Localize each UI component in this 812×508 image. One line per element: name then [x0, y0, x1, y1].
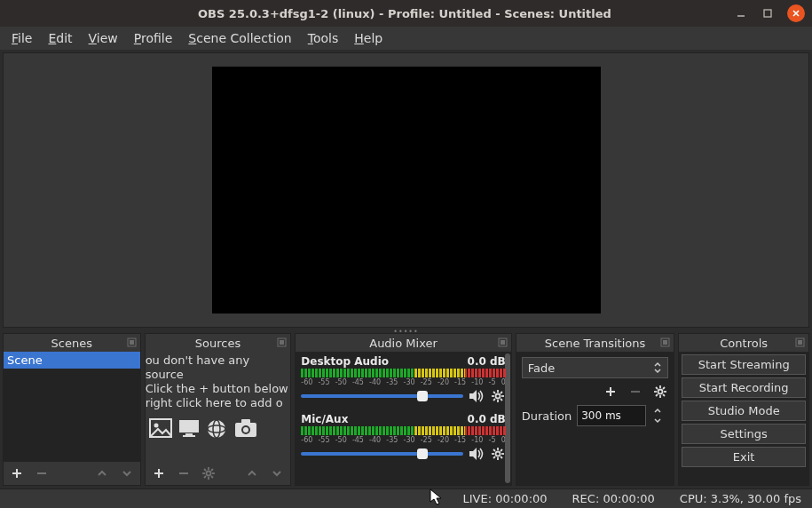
remove-source-button[interactable] [176, 465, 192, 481]
display-source-icon [177, 418, 201, 441]
menu-scene-collection[interactable]: Scene Collection [182, 29, 297, 47]
dock-icon[interactable] [795, 337, 805, 347]
mixer-title-label: Audio Mixer [369, 337, 438, 350]
svg-line-55 [501, 449, 502, 451]
scene-down-button[interactable] [119, 465, 135, 481]
menu-help[interactable]: Help [348, 29, 389, 47]
spin-down[interactable] [651, 416, 664, 426]
track-settings-button[interactable] [490, 446, 506, 462]
status-rec: REC: 00:00:00 [572, 492, 655, 505]
duration-spinner[interactable]: 300 ms [577, 405, 646, 426]
remove-scene-button[interactable] [34, 465, 50, 481]
svg-point-38 [495, 394, 500, 399]
exit-button[interactable]: Exit [682, 447, 806, 467]
menu-tools[interactable]: Tools [302, 29, 345, 47]
transition-settings-button[interactable] [652, 384, 668, 400]
svg-line-45 [501, 392, 502, 393]
svg-point-26 [206, 472, 210, 476]
meter-scale: -60-55-50-45-40-35-30-25-20-15-10-50 [301, 378, 505, 386]
duration-label: Duration [522, 409, 572, 423]
svg-line-34 [204, 476, 206, 478]
track-name: Desktop Audio [301, 355, 389, 368]
svg-point-12 [154, 424, 158, 428]
transitions-title: Scene Transitions [516, 334, 674, 352]
minimize-button[interactable] [734, 6, 748, 20]
add-scene-button[interactable] [9, 465, 25, 481]
dock-icon[interactable] [498, 337, 508, 347]
svg-line-53 [493, 449, 495, 451]
svg-line-44 [501, 399, 502, 401]
browser-source-icon [206, 418, 229, 441]
sources-hint-icons [146, 416, 291, 447]
preview-area [3, 52, 809, 328]
svg-point-48 [495, 452, 500, 456]
menu-edit[interactable]: Edit [42, 29, 78, 47]
close-button[interactable] [787, 4, 805, 22]
track-name: Mic/Aux [301, 413, 348, 425]
transition-dropdown[interactable]: Fade [522, 357, 669, 378]
svg-point-62 [658, 390, 663, 394]
svg-marker-37 [469, 390, 477, 402]
dropdown-arrows-icon [653, 361, 662, 374]
svg-rect-20 [241, 419, 250, 424]
maximize-button[interactable] [761, 6, 775, 20]
svg-marker-47 [469, 448, 477, 460]
spin-up[interactable] [651, 405, 664, 416]
svg-rect-1 [764, 10, 771, 17]
add-source-button[interactable] [151, 465, 167, 481]
scenes-title-label: Scenes [51, 337, 92, 350]
svg-line-33 [211, 469, 213, 471]
transitions-panel: Scene Transitions Fade Duration 300 ms [516, 333, 675, 486]
audio-track-mic: Mic/Aux 0.0 dB -60-55-50-45-40-35-30-25-… [301, 413, 505, 462]
source-down-button[interactable] [269, 465, 285, 481]
start-streaming-button[interactable]: Start Streaming [682, 354, 806, 375]
audio-mixer-panel: Audio Mixer Desktop Audio 0.0 dB -60-55-… [295, 333, 511, 486]
svg-marker-73 [430, 489, 441, 504]
sources-hint: ou don't have any source Click the + but… [146, 352, 291, 416]
transitions-title-label: Scene Transitions [545, 337, 645, 350]
sources-list[interactable]: ou don't have any source Click the + but… [146, 352, 291, 462]
hint-line: right click here to add o [146, 396, 291, 410]
menu-profile[interactable]: Profile [128, 29, 179, 47]
remove-transition-button[interactable] [627, 384, 643, 400]
controls-panel: Controls Start Streaming Start Recording… [678, 333, 809, 486]
dock-icon[interactable] [277, 337, 287, 347]
add-transition-button[interactable] [603, 384, 619, 400]
preview-canvas[interactable] [212, 67, 601, 314]
svg-rect-10 [280, 340, 284, 345]
scene-item[interactable]: Scene [4, 352, 140, 369]
menu-view[interactable]: View [83, 29, 124, 47]
status-cpu: CPU: 3.3%, 30.00 fps [680, 492, 801, 505]
dock-icon[interactable] [660, 337, 670, 347]
settings-button[interactable]: Settings [682, 424, 806, 444]
sources-toolbar [146, 462, 291, 485]
menu-file[interactable]: File [5, 29, 38, 47]
track-db: 0.0 dB [468, 355, 506, 368]
svg-point-16 [208, 420, 225, 438]
svg-point-22 [243, 427, 248, 433]
transitions-body: Fade Duration 300 ms [516, 352, 674, 485]
dock-icon[interactable] [127, 337, 137, 347]
volume-slider[interactable] [301, 394, 462, 398]
source-up-button[interactable] [244, 465, 260, 481]
start-recording-button[interactable]: Start Recording [682, 377, 806, 398]
mixer-title: Audio Mixer [296, 334, 510, 352]
scenes-list[interactable]: Scene [4, 352, 140, 462]
sources-title: Sources [146, 334, 291, 352]
speaker-icon[interactable] [469, 388, 485, 404]
studio-mode-button[interactable]: Studio Mode [682, 401, 806, 421]
scene-up-button[interactable] [94, 465, 110, 481]
camera-source-icon [234, 418, 257, 441]
speaker-icon[interactable] [469, 446, 485, 462]
scenes-title: Scenes [4, 334, 140, 352]
source-settings-button[interactable] [201, 465, 217, 481]
status-live: LIVE: 00:00:00 [462, 492, 547, 505]
volume-slider[interactable] [301, 452, 462, 456]
scenes-panel: Scenes Scene [3, 333, 141, 486]
track-settings-button[interactable] [490, 388, 506, 404]
svg-rect-36 [501, 340, 505, 345]
audio-track-desktop: Desktop Audio 0.0 dB -60-55-50-45-40-35-… [301, 355, 505, 404]
svg-line-31 [204, 469, 206, 471]
svg-line-68 [663, 394, 665, 396]
controls-title-label: Controls [720, 337, 768, 350]
